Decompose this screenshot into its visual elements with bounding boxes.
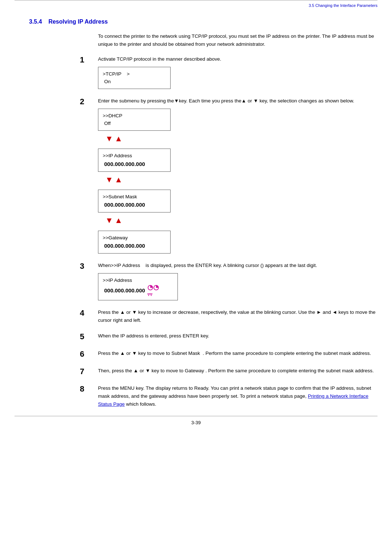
footer: 3-39 bbox=[0, 420, 392, 425]
step-1-row: 1 Activate TCP/IP protocol in the manner… bbox=[15, 55, 377, 89]
step-5-content: When the IP address is entered, press EN… bbox=[98, 332, 377, 340]
chain-subnet-line1: >>Subnet Mask bbox=[103, 193, 166, 201]
chain-dhcp-line1: >>DHCP bbox=[103, 112, 166, 120]
step-6-number: 6 bbox=[80, 349, 98, 359]
step-4-content: Press the ▲ or ▼ key to increase or decr… bbox=[98, 308, 377, 324]
arrow-down-2: ▼ bbox=[105, 173, 113, 186]
step-8-row: 8 Press the MENU key. The display return… bbox=[15, 384, 377, 408]
page: 3.5 Changing the Interface Parameters 3.… bbox=[0, 0, 392, 555]
section-heading: Resolving IP Address bbox=[48, 19, 108, 25]
step-6-text: Press the ▲ or ▼ key to move to Subnet M… bbox=[98, 349, 377, 357]
step-1-content: Activate TCP/IP protocol in the manner d… bbox=[98, 55, 377, 89]
step-4-text: Press the ▲ or ▼ key to increase or decr… bbox=[98, 308, 377, 324]
step-1-text: Activate TCP/IP protocol in the manner d… bbox=[98, 55, 377, 63]
step-6-row: 6 Press the ▲ or ▼ key to move to Subnet… bbox=[15, 349, 377, 359]
section-number: 3.5.4 bbox=[29, 19, 42, 25]
step-8-link[interactable]: Printing a Network Interface Status Page bbox=[98, 393, 368, 407]
chain-display-subnet: >>Subnet Mask 000.000.000.000 bbox=[98, 190, 171, 213]
step-2-row: 2 Enter the submenu by pressing the▼key.… bbox=[15, 97, 377, 254]
arrow-up-3: ▲ bbox=[115, 214, 123, 227]
arrow-up-1: ▲ bbox=[115, 132, 123, 145]
chain-gateway-line1: >>Gateway bbox=[103, 234, 166, 242]
section-title: 3.5.4 Resolving IP Address bbox=[29, 19, 363, 25]
step-3-display-line2: 000.000.000.000 ◔◔▿▿ bbox=[103, 284, 173, 297]
step-5-text: When the IP address is entered, press EN… bbox=[98, 332, 377, 340]
step-3-number: 3 bbox=[80, 262, 98, 271]
step-1-display-line1: >TCP/IP > bbox=[103, 70, 166, 78]
step-7-text: Then, press the ▲ or ▼ key to move to Ga… bbox=[98, 367, 377, 375]
cursor-symbol: ◔◔▿▿ bbox=[147, 284, 159, 297]
step-6-content: Press the ▲ or ▼ key to move to Subnet M… bbox=[98, 349, 377, 357]
step-7-row: 7 Then, press the ▲ or ▼ key to move to … bbox=[15, 367, 377, 376]
step-5-number: 5 bbox=[80, 332, 98, 341]
chain-ip-line2: 000.000.000.000 bbox=[103, 160, 166, 169]
step-3-display-line1: >>IP Address bbox=[103, 276, 173, 284]
step-3-text: When>>IP Address is displayed, press the… bbox=[98, 262, 377, 270]
chain-gateway-line2: 000.000.000.000 bbox=[103, 242, 166, 250]
chain-dhcp-line2: Off bbox=[103, 119, 166, 127]
header-section-ref: 3.5 Changing the Interface Parameters bbox=[15, 3, 377, 15]
step-8-content: Press the MENU key. The display returns … bbox=[98, 384, 377, 408]
step-2-content: Enter the submenu by pressing the▼key. E… bbox=[98, 97, 377, 254]
arrow-up-2: ▲ bbox=[115, 173, 123, 186]
intro-paragraph: To connect the printer to the network us… bbox=[98, 32, 377, 48]
top-rule bbox=[15, 0, 377, 3]
step-3-display: >>IP Address 000.000.000.000 ◔◔▿▿ bbox=[98, 273, 178, 301]
step-7-number: 7 bbox=[80, 367, 98, 376]
step-7-content: Then, press the ▲ or ▼ key to move to Ga… bbox=[98, 367, 377, 375]
step-8-number: 8 bbox=[80, 384, 98, 394]
arrow-group-3: ▼ ▲ bbox=[98, 214, 377, 227]
bottom-rule bbox=[15, 416, 377, 416]
step-3-ip-value: 000.000.000.000 bbox=[104, 286, 145, 295]
step-8-text: Press the MENU key. The display returns … bbox=[98, 384, 377, 408]
step-4-number: 4 bbox=[80, 308, 98, 318]
chain-display-ip: >>IP Address 000.000.000.000 bbox=[98, 149, 171, 172]
step-1-display-line2: On bbox=[103, 78, 166, 86]
arrow-down-3: ▼ bbox=[105, 214, 113, 227]
step-2-number: 2 bbox=[80, 97, 98, 106]
step-4-row: 4 Press the ▲ or ▼ key to increase or de… bbox=[15, 308, 377, 324]
chain-displays: >>DHCP Off ▼ ▲ >>IP Address 000.000.000.… bbox=[98, 109, 377, 254]
step-1-display: >TCP/IP > On bbox=[98, 67, 171, 89]
step-3-row: 3 When>>IP Address is displayed, press t… bbox=[15, 262, 377, 300]
step-2-text: Enter the submenu by pressing the▼key. E… bbox=[98, 97, 377, 105]
chain-subnet-line2: 000.000.000.000 bbox=[103, 200, 166, 209]
page-number: 3-39 bbox=[191, 420, 201, 425]
chain-display-gateway: >>Gateway 000.000.000.000 bbox=[98, 231, 171, 254]
step-5-row: 5 When the IP address is entered, press … bbox=[15, 332, 377, 341]
chain-display-dhcp: >>DHCP Off bbox=[98, 109, 171, 131]
arrow-group-2: ▼ ▲ bbox=[98, 173, 377, 186]
arrow-group-1: ▼ ▲ bbox=[98, 132, 377, 145]
step-1-number: 1 bbox=[80, 55, 98, 65]
arrow-down-1: ▼ bbox=[105, 132, 113, 145]
chain-ip-line1: >>IP Address bbox=[103, 152, 166, 160]
step-3-content: When>>IP Address is displayed, press the… bbox=[98, 262, 377, 300]
